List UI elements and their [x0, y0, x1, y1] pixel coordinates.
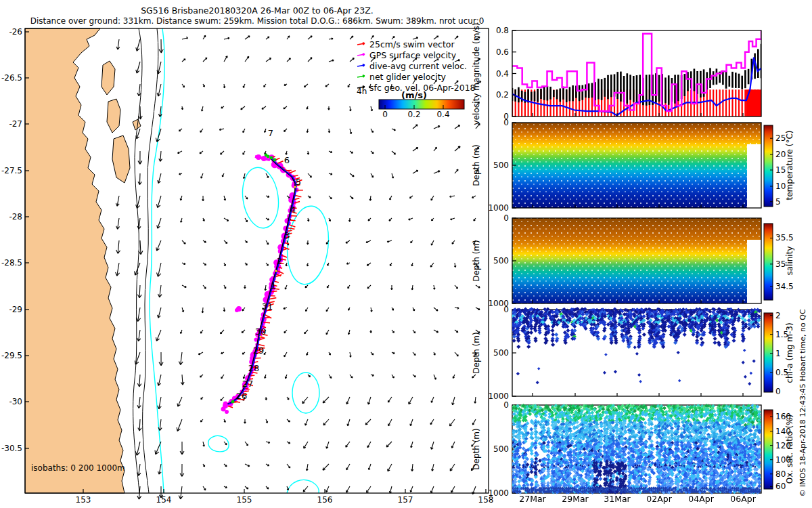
island: [133, 119, 141, 130]
legend-item-label: sfc geo. vel. 06-Apr-2018: [369, 84, 476, 93]
depth-tick-label: 500: [493, 161, 509, 169]
velocity-ytick-label: 0.4: [496, 70, 509, 78]
colorbar-label-temperature: temperature (°C): [786, 131, 794, 200]
colorbar-tick-label: 35.5: [775, 234, 794, 242]
map-lat-tick-label: -29: [9, 305, 22, 314]
track-day-label: 29: [253, 346, 265, 355]
island: [102, 61, 115, 95]
colorbar-temperature: [764, 125, 773, 207]
depth-tick-label: 500: [493, 445, 509, 453]
ylabel-depth: Depth (m): [472, 428, 480, 469]
track-day-label: 3: [284, 231, 290, 240]
annotation-4h: 4h: [357, 87, 367, 96]
track-day-label: 28: [248, 364, 260, 373]
net-glider-velocity-dot: [231, 400, 235, 404]
map-legend: [357, 43, 365, 88]
colorbar-label-oxygen: Ox. sat. ratio (%): [786, 415, 794, 484]
ylabel-depth: Depth (m): [472, 240, 480, 281]
date-tick-label: 04Apr: [688, 495, 714, 504]
track-day-label: 7: [268, 129, 273, 137]
temperature-section: [512, 123, 761, 208]
map-lat-tick-label: -29.5: [1, 352, 22, 360]
isobath-contour-200m: [133, 28, 142, 493]
map-lon-tick-label: 153: [76, 496, 91, 504]
map-colorbar-tick-label: 0: [382, 110, 388, 119]
legend-item-label: dive-avg current veloc.: [369, 62, 467, 71]
page-title: SG516 Brisbane20180320A 26-Mar 00Z to 06…: [141, 5, 374, 16]
map-colorbar-tick-label: 0.2: [407, 110, 420, 119]
colorbar-tick-label: 15: [775, 166, 786, 174]
colorbar-chl: [764, 313, 773, 392]
depth-tick-label: 0: [503, 214, 509, 222]
date-tick-label: 31Mar: [604, 495, 631, 504]
colorbar-tick-label: 5: [775, 198, 781, 206]
net-glider-velocity-dot: [273, 158, 277, 162]
page-subtitle: Distance over ground: 331km. Distance sw…: [30, 16, 484, 26]
map-lat-tick-label: -27: [9, 120, 22, 128]
oxygen-section-dots: [512, 402, 761, 496]
map-lon-tick-label: 154: [156, 496, 172, 504]
track-day-label: 30: [255, 327, 267, 336]
track-day-label: 2: [277, 257, 282, 266]
depth-tick-label: 500: [493, 349, 509, 357]
colorbar-tick-label: 80: [775, 470, 786, 478]
cyan-shelf-contour: [150, 28, 164, 493]
velocity-ytick-label: 0.2: [496, 91, 509, 99]
legend-marker-arrow-icon: [357, 43, 365, 45]
cyan-eddy-contour: [292, 373, 319, 413]
track-day-label: 1: [271, 281, 276, 290]
colorbar-label-chl-a: chl-a (mg m-3): [786, 322, 794, 383]
date-tick-label: 02Apr: [646, 495, 672, 504]
isobath-contour-1000m: [143, 28, 158, 493]
map-lat-tick-label: -28: [9, 213, 22, 221]
salinity-section: [512, 218, 761, 303]
track-day-label: 26: [236, 391, 248, 400]
colorbar-tick-label: 34.5: [775, 282, 794, 291]
depth-tick-label: 0: [503, 305, 509, 314]
track-day-label: 5: [296, 177, 301, 186]
colorbar-tick-label: 20: [775, 150, 786, 158]
velocity-ytick-label: 0.6: [496, 48, 509, 56]
legend-marker-arrow-icon: [357, 75, 365, 77]
imos-watermark: © IMOS 18-Apr-2018 12:43:45 Hobart time,…: [799, 309, 807, 496]
map-lat-tick-label: -30: [9, 398, 22, 406]
net-glider-velocity-dot: [265, 154, 268, 157]
legend-marker-arrow-icon: [357, 54, 365, 56]
ylabel-depth: Depth (m): [472, 332, 480, 373]
map-lat-tick-label: -26.5: [1, 74, 22, 82]
land-mass: [25, 28, 125, 493]
map-lon-tick-label: 157: [398, 496, 413, 504]
map-lat-tick-label: -26: [9, 28, 22, 36]
net-glider-velocity-dot: [270, 156, 273, 160]
island: [107, 99, 120, 133]
map-lon-tick-label: 155: [237, 496, 252, 504]
colorbar-tick-label: 0: [775, 387, 781, 396]
depth-tick-label: 1000: [488, 489, 509, 497]
colorbar-label-salinity: salinity: [786, 246, 794, 275]
cyan-eddy-contour: [287, 480, 319, 493]
colorbar-tick-label: 25: [775, 134, 786, 142]
legend-item-label: 25cm/s swim vector: [369, 41, 455, 49]
track-day-label: 6: [284, 156, 290, 165]
velocity-timeseries: [512, 30, 763, 117]
glider-mission-figure: SG516 Brisbane20180320A 26-Mar 00Z to 06…: [0, 0, 812, 508]
legend-marker-arrow-icon: [357, 64, 365, 66]
map-lat-tick-label: -28.5: [1, 259, 22, 267]
depth-tick-label: 1000: [488, 204, 509, 212]
colorbar-oxygen: [764, 410, 773, 489]
legend-item-label: GPS surface velocity: [369, 51, 456, 60]
track-day-label: 27: [242, 379, 254, 388]
map-colorbar-tick-label: 0.4: [436, 110, 449, 119]
map-lon-tick-label: 156: [317, 496, 333, 504]
depth-tick-label: 1000: [488, 392, 509, 400]
date-tick-label: 06Apr: [730, 495, 756, 504]
colorbar-tick-label: 10: [775, 182, 786, 190]
map-lat-tick-label: -30.5: [1, 444, 22, 452]
ylabel-depth: Depth (m): [472, 144, 480, 186]
legend-item-label: net glider velocity: [369, 73, 446, 82]
track-day-label: 31: [262, 302, 273, 311]
depth-tick-label: 0: [503, 119, 509, 127]
colorbar-tick-label: 60: [775, 482, 786, 490]
date-tick-label: 27Mar: [519, 495, 546, 504]
track-day-label: 4: [290, 205, 296, 214]
